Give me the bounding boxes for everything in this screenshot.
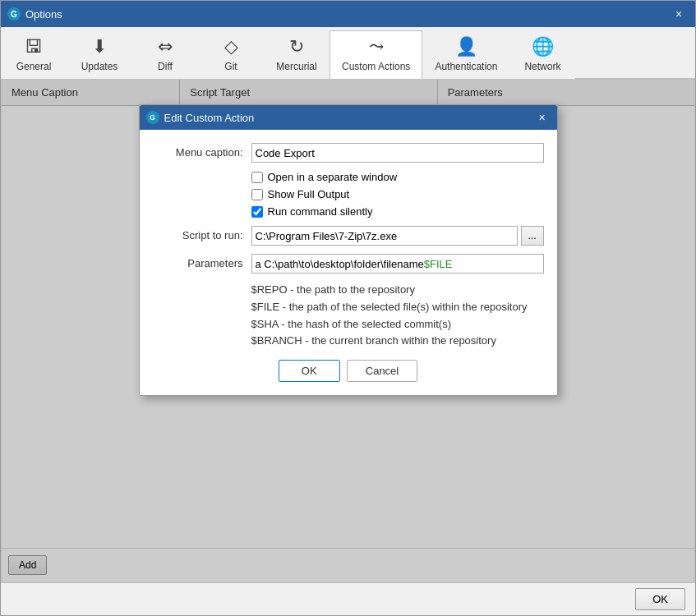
checkbox-show-full-label: Show Full Output [268,188,350,200]
help-line-4: $BRANCH - the current branch within the … [251,333,544,350]
checkboxes-group: Open in a separate window Show Full Outp… [251,171,544,218]
params-before-text: a C:\path\to\desktop\folder\filename [256,258,424,270]
main-window: G Options × 🖫 General ⬇ Updates ⇔ Diff ◇… [0,0,696,616]
params-highlight-text: $FILE [424,258,453,270]
dialog-cancel-button[interactable]: Cancel [347,360,417,382]
script-run-label: Script to run: [153,226,251,241]
dialog-title-bar: G Edit Custom Action × [140,105,557,130]
title-bar: G Options × [1,1,695,27]
menu-caption-field [251,143,544,163]
checkbox-run-silently: Run command silently [251,205,544,218]
tab-authentication[interactable]: 👤 Authentication [422,30,509,79]
parameters-row: Parameters a C:\path\to\desktop\folder\f… [153,254,544,274]
parameters-field: a C:\path\to\desktop\folder\filename $FI… [251,254,544,274]
window-title: Options [25,8,62,21]
window-ok-button[interactable]: OK [635,588,685,610]
dialog-close-button[interactable]: × [534,109,551,126]
tab-network-label: Network [524,61,560,72]
window-bottom: OK [1,582,695,615]
checkbox-open-separate: Open in a separate window [251,171,544,183]
tab-general-label: General [16,61,52,72]
tab-git-label: Git [224,61,237,72]
tab-network[interactable]: 🌐 Network [509,30,575,79]
dialog-title-left: G Edit Custom Action [146,111,255,124]
help-text: $REPO - the path to the repository $FILE… [251,282,544,350]
mercurial-icon: ↻ [289,36,304,57]
checkbox-open-separate-input[interactable] [251,172,263,183]
general-icon: 🖫 [25,36,43,57]
tab-bar: 🖫 General ⬇ Updates ⇔ Diff ◇ Git ↻ Mercu… [1,27,695,79]
help-line-2: $FILE - the path of the selected file(s)… [251,299,544,316]
menu-caption-input[interactable] [251,143,544,163]
checkbox-show-full: Show Full Output [251,188,544,200]
dialog-buttons: OK Cancel [153,360,544,382]
network-icon: 🌐 [532,36,554,57]
updates-icon: ⬇ [92,36,107,57]
help-line-3: $SHA - the hash of the selected commit(s… [251,316,544,333]
title-bar-left: G Options [7,7,62,21]
tab-custom-actions[interactable]: ⤳ Custom Actions [330,30,422,79]
tab-diff[interactable]: ⇔ Diff [132,30,198,79]
parameters-label: Parameters [153,254,251,269]
tab-diff-label: Diff [158,61,173,72]
script-input-wrap: ... [251,226,544,246]
menu-caption-row: Menu caption: [153,143,544,163]
tab-mercurial[interactable]: ↻ Mercurial [264,30,330,79]
browse-button[interactable]: ... [521,226,544,246]
modal-overlay: G Edit Custom Action × Menu caption: [2,80,694,582]
checkbox-run-silently-input[interactable] [251,206,263,218]
checkbox-show-full-input[interactable] [251,189,263,200]
app-icon: G [7,7,21,21]
tab-custom-actions-label: Custom Actions [342,61,410,72]
tab-mercurial-label: Mercurial [276,61,316,72]
edit-dialog: G Edit Custom Action × Menu caption: [139,104,558,396]
tab-general[interactable]: 🖫 General [1,30,67,79]
tab-updates-label: Updates [81,61,118,72]
dialog-ok-button[interactable]: OK [279,360,340,382]
git-icon: ◇ [224,36,238,57]
parameters-display[interactable]: a C:\path\to\desktop\folder\filename $FI… [251,254,544,274]
script-run-input[interactable] [251,226,518,246]
dialog-app-icon: G [146,111,159,124]
checkbox-run-silently-label: Run command silently [268,205,373,218]
checkbox-open-separate-label: Open in a separate window [268,171,398,183]
help-line-1: $REPO - the path to the repository [251,282,544,299]
menu-caption-label: Menu caption: [153,143,251,159]
tab-authentication-label: Authentication [435,61,497,72]
tab-git[interactable]: ◇ Git [198,30,264,79]
dialog-body: Menu caption: Open in a separate window [140,130,557,395]
window-close-button[interactable]: × [669,4,689,24]
content-area: Menu Caption Script Target Parameters G … [1,79,695,582]
custom-actions-icon: ⤳ [369,36,384,57]
dialog-title: Edit Custom Action [164,112,255,124]
script-run-field: ... [251,226,544,246]
authentication-icon: 👤 [455,36,477,57]
script-run-row: Script to run: ... [153,226,544,246]
tab-updates[interactable]: ⬇ Updates [67,30,132,79]
diff-icon: ⇔ [158,36,173,57]
